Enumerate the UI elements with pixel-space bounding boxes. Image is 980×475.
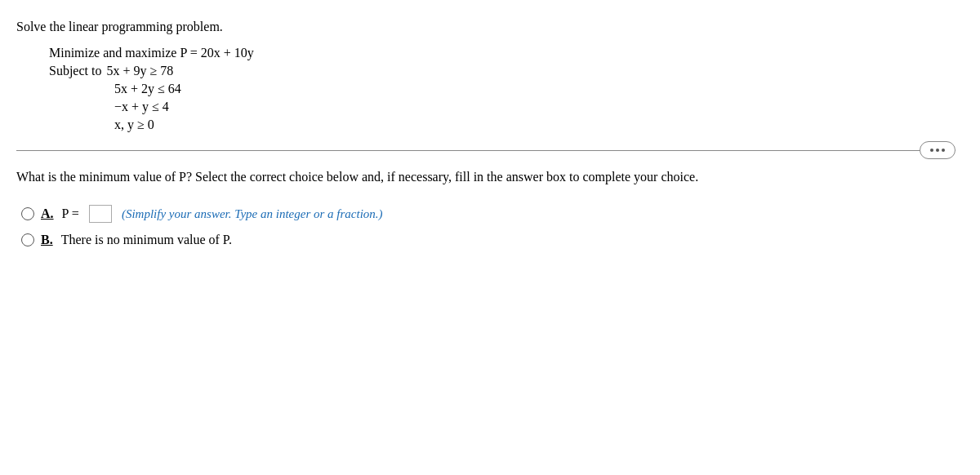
question-text: What is the minimum value of P? Select t…: [16, 167, 956, 187]
constraint-line-2: 5x + 2y ≤ 64: [49, 82, 956, 96]
dot-1: [930, 149, 933, 152]
page-container: Solve the linear programming problem. Mi…: [0, 0, 980, 475]
option-b-label: B.: [41, 233, 53, 247]
constraint-line-3: −x + y ≤ 4: [49, 100, 956, 114]
option-a-label: A.: [41, 206, 54, 221]
subject-to-label: Subject to: [49, 64, 101, 78]
dot-3: [942, 149, 945, 152]
option-a-hint: (Simplify your answer. Type an integer o…: [122, 207, 383, 221]
option-b-radio[interactable]: [21, 233, 34, 246]
option-b-row: B. There is no minimum value of P.: [21, 233, 956, 247]
objective-line: Minimize and maximize P = 20x + 10y: [49, 46, 956, 60]
constraint-line-4: x, y ≥ 0: [49, 118, 956, 132]
section-divider: [16, 150, 956, 151]
option-a-input[interactable]: [89, 205, 112, 223]
constraint-3: −x + y ≤ 4: [114, 100, 169, 114]
divider-container: [16, 150, 956, 151]
problem-block: Minimize and maximize P = 20x + 10y Subj…: [49, 46, 956, 134]
problem-title: Solve the linear programming problem.: [16, 20, 956, 34]
option-a-prefix: P =: [62, 206, 79, 221]
option-a-row: A. P = (Simplify your answer. Type an in…: [21, 205, 956, 223]
answer-options: A. P = (Simplify your answer. Type an in…: [21, 205, 956, 247]
subject-to-line: Subject to 5x + 9y ≥ 78: [49, 64, 956, 78]
option-b-text: There is no minimum value of P.: [61, 233, 232, 247]
constraint-2: 5x + 2y ≤ 64: [114, 82, 181, 96]
constraint-1: 5x + 9y ≥ 78: [106, 64, 173, 78]
dot-2: [936, 149, 939, 152]
constraint-4: x, y ≥ 0: [114, 118, 154, 132]
more-options-button[interactable]: [920, 141, 956, 159]
option-a-radio[interactable]: [21, 207, 34, 220]
constraints-section: Subject to 5x + 9y ≥ 78 5x + 2y ≤ 64 −x …: [49, 64, 956, 134]
